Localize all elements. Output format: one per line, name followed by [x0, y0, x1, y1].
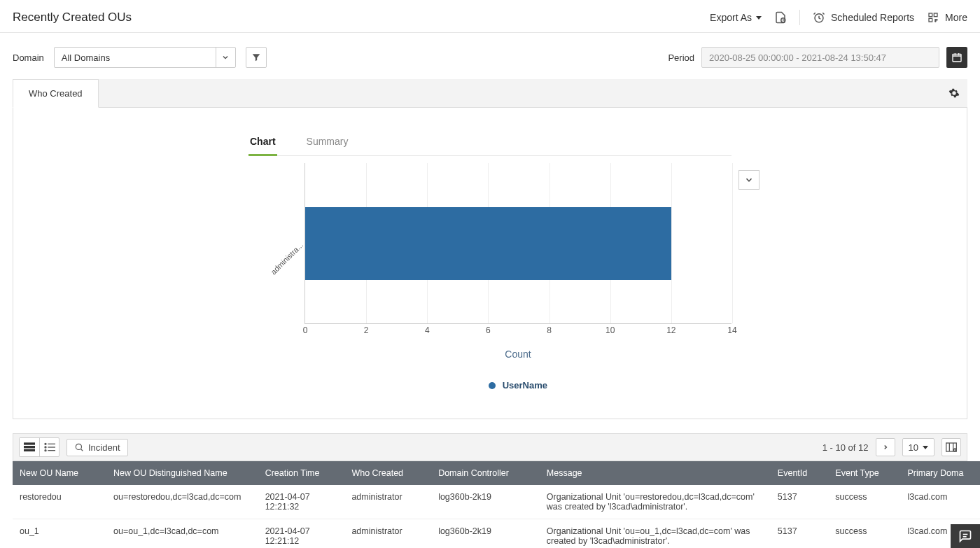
more-label: More [945, 12, 967, 23]
chevron-down-icon [216, 48, 235, 67]
tab-chart[interactable]: Chart [248, 129, 277, 156]
export-settings-icon[interactable] [774, 11, 787, 24]
x-tick-label: 6 [477, 325, 498, 335]
column-header[interactable]: Primary Doma [900, 461, 980, 485]
x-tick-label: 8 [539, 325, 560, 335]
chart-x-axis-title: Count [304, 349, 732, 360]
filter-bar: Domain All Domains Period 2020-08-25 00:… [0, 33, 980, 79]
page-title: Recently Created OUs [13, 10, 132, 24]
filter-left: Domain All Domains [13, 47, 267, 68]
chart-bar[interactable] [305, 207, 671, 280]
bar-chart: 02468101214administra... [304, 163, 732, 324]
period-value: 2020-08-25 00:00:00 - 2021-08-24 13:50:4… [709, 52, 886, 63]
table-cell: log360b-2k19 [431, 485, 540, 519]
x-tick-label: 14 [722, 325, 743, 335]
export-as-label: Export As [710, 12, 752, 23]
table-cell: 5137 [771, 519, 829, 548]
main-panel: Who Created Chart Summary 02468101214adm… [0, 79, 980, 419]
calendar-button[interactable] [946, 47, 967, 68]
column-header[interactable]: EventId [771, 461, 829, 485]
svg-point-6 [937, 20, 937, 20]
legend-label: UserName [503, 380, 547, 391]
column-header[interactable]: New OU Name [13, 461, 106, 485]
report-tabs: Who Created [13, 79, 967, 108]
table-cell: Organizational Unit 'ou=restoredou,dc=l3… [540, 485, 771, 519]
svg-point-5 [935, 20, 936, 20]
x-tick-label: 0 [295, 325, 316, 335]
filter-button[interactable] [246, 47, 267, 68]
svg-point-7 [935, 21, 936, 22]
column-header[interactable]: New OU Distinguished Name [106, 461, 258, 485]
table-cell: log360b-2k19 [431, 519, 540, 548]
domain-label: Domain [13, 52, 44, 63]
caret-down-icon [923, 446, 928, 449]
incident-label: Incident [88, 442, 120, 453]
page-size-select[interactable]: 10 [902, 438, 934, 456]
table-body: restoredouou=restoredou,dc=l3cad,dc=com2… [13, 485, 980, 548]
scheduled-reports-label: Scheduled Reports [831, 12, 914, 23]
chart-legend: UserName [304, 379, 732, 391]
chat-fab[interactable] [951, 524, 980, 548]
column-header[interactable]: Creation Time [258, 461, 345, 485]
gridline [732, 163, 733, 323]
x-tick-label: 12 [661, 325, 682, 335]
tab-who-created[interactable]: Who Created [13, 79, 99, 108]
column-header[interactable]: Message [540, 461, 771, 485]
columns-settings-button[interactable] [941, 438, 961, 456]
x-tick-label: 2 [356, 325, 377, 335]
toolbar-right: 1 - 10 of 12 10 [822, 438, 961, 456]
pager-next-button[interactable] [876, 438, 895, 456]
tab-summary[interactable]: Summary [305, 129, 350, 155]
table-cell: ou=ou_1,dc=l3cad,dc=com [106, 519, 258, 548]
incident-button[interactable]: Incident [66, 439, 128, 456]
chart-menu-button[interactable] [738, 170, 760, 190]
gridline [671, 163, 672, 323]
x-tick-label: 4 [416, 325, 438, 335]
column-header[interactable]: Who Created [344, 461, 431, 485]
svg-rect-9 [24, 442, 35, 444]
svg-rect-2 [929, 13, 932, 17]
data-table: New OU NameNew OU Distinguished NameCrea… [13, 461, 980, 548]
table-cell: ou_1 [13, 519, 106, 548]
table-cell: administrator [344, 519, 431, 548]
table-cell: 5137 [771, 485, 829, 519]
y-category-label: administra... [259, 241, 304, 286]
svg-point-16 [45, 450, 46, 451]
svg-point-18 [76, 444, 81, 449]
grid-view-button[interactable] [20, 438, 39, 456]
alarm-clock-icon [813, 11, 825, 24]
table-cell: restoredou [13, 485, 106, 519]
table-head: New OU NameNew OU Distinguished NameCrea… [13, 461, 980, 485]
caret-down-icon [756, 16, 762, 20]
more-icon [927, 11, 939, 24]
domain-select[interactable]: All Domains [54, 47, 236, 68]
more-menu[interactable]: More [927, 11, 967, 24]
table-cell: ou=restoredou,dc=l3cad,dc=com [106, 485, 258, 519]
table-toolbar: Incident 1 - 10 of 12 10 [13, 433, 967, 461]
table-cell: 2021-04-07 12:21:32 [258, 485, 345, 519]
column-header[interactable]: Event Type [828, 461, 900, 485]
page-header: Recently Created OUs Export As Scheduled… [0, 0, 980, 33]
filter-right: Period 2020-08-25 00:00:00 - 2021-08-24 … [668, 47, 967, 68]
svg-rect-11 [24, 449, 35, 451]
header-actions: Export As Scheduled Reports More [710, 10, 967, 25]
column-header[interactable]: Domain Controller [431, 461, 540, 485]
svg-rect-8 [953, 54, 961, 62]
svg-rect-10 [24, 446, 35, 448]
table-cell: success [828, 485, 900, 519]
panel-settings-button[interactable] [946, 85, 962, 101]
svg-rect-4 [929, 18, 932, 22]
domain-value: All Domains [62, 52, 110, 63]
svg-point-14 [45, 447, 46, 448]
table-row[interactable]: restoredouou=restoredou,dc=l3cad,dc=com2… [13, 485, 980, 519]
x-tick-label: 10 [600, 325, 621, 335]
period-display[interactable]: 2020-08-25 00:00:00 - 2021-08-24 13:50:4… [701, 47, 939, 68]
svg-point-12 [45, 443, 46, 444]
scheduled-reports-link[interactable]: Scheduled Reports [813, 11, 914, 24]
table-header-row: New OU NameNew OU Distinguished NameCrea… [13, 461, 980, 485]
table-cell: 2021-04-07 12:21:12 [258, 519, 345, 548]
list-view-button[interactable] [39, 438, 59, 456]
export-as-dropdown[interactable]: Export As [710, 12, 762, 23]
divider [799, 10, 800, 25]
table-row[interactable]: ou_1ou=ou_1,dc=l3cad,dc=com2021-04-07 12… [13, 519, 980, 548]
